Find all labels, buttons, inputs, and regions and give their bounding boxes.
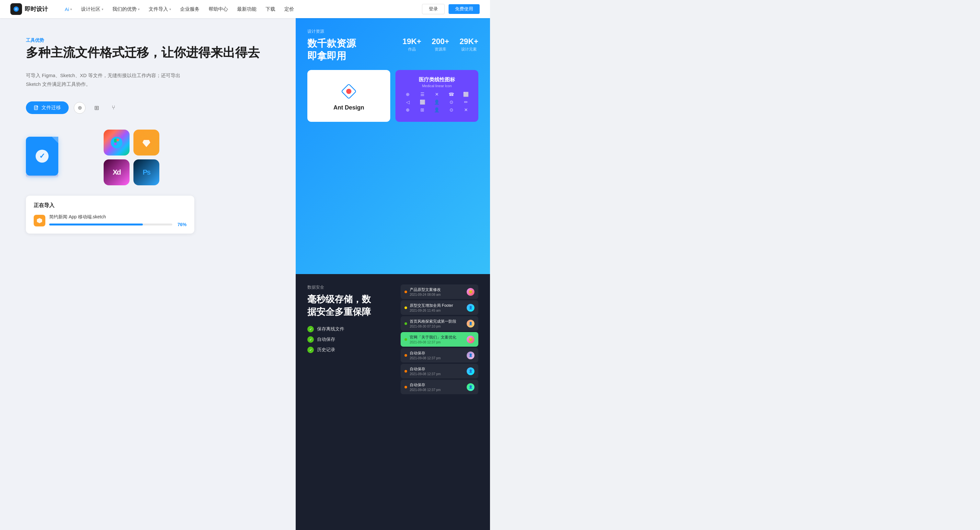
logo-icon [10,3,22,15]
medical-icon-10: ✏ [460,99,472,105]
version-avatar-7: 👤 [467,383,474,391]
nav-actions: 登录 免费使用 [422,4,480,14]
medical-icons-grid: ⊕ ☰ ✕ ☎ ⬜ ◁ ⬜ 👤 ⊙ ✏ ⊕ ⊞ 👤 ⊙ ✕ [402,92,472,112]
nav-item-advantages[interactable]: 我们的优势 ▾ [108,4,143,14]
medical-icon-12: ⊞ [417,107,428,112]
version-item-7[interactable]: 自动保存 2021-09-08 12:37 pm 👤 [401,380,478,394]
nav-item-ai[interactable]: Ai ▾ [61,5,76,14]
version-list: 产品原型文案修改 2021-09-24 08:08 am 😊 原型交互增加全局 … [401,285,478,394]
svg-marker-7 [37,218,42,223]
hero-title: 多种主流文件格式迁移，让你进得来出得去 [26,45,270,60]
feature-offline: ✓ 保存离线文件 [307,326,390,333]
progress-row: 76% [49,222,186,227]
chevron-down-icon: ▾ [138,8,140,11]
security-title: 毫秒级存储，数据安全多重保障 [307,293,390,318]
hero-actions: 文件迁移 ⊕ ⊞ ⑂ [26,102,270,114]
check-offline: ✓ [307,326,314,333]
main-content: 工具优势 多种主流文件格式迁移，让你进得来出得去 可导入 Figma、Sketc… [0,18,490,530]
medical-icon-15: ✕ [460,107,472,112]
check-icon: ✓ [36,150,49,162]
nav-item-import[interactable]: 文件导入 ▾ [145,4,175,14]
svg-point-1 [16,8,17,10]
version-item-2[interactable]: 原型交互增加全局 Footer 2021-09-26 11:45 am 👤 [401,300,478,315]
nav-item-enterprise[interactable]: 企业服务 [176,4,204,14]
version-dot-3 [404,322,407,325]
stat-elements: 29K+ 设计元素 [460,37,478,52]
right-panel: 设计资源 数千款资源即拿即用 19K+ 作品 200+ 资源库 29K+ 设计元… [296,18,490,530]
login-button[interactable]: 登录 [422,4,445,14]
version-item-3[interactable]: 首页风格探索完成第一阶段 2021-08-30 07:10 pm 👤 [401,316,478,331]
version-avatar-3: 👤 [467,320,474,328]
resources-header: 数千款资源即拿即用 19K+ 作品 200+ 资源库 29K+ 设计元素 [307,37,478,62]
import-file-info: 简约新闻 App 移动端.sketch 76% [49,214,186,227]
version-avatar-5: 👤 [467,352,474,359]
version-dot-4 [404,338,407,341]
nav-item-features[interactable]: 最新功能 [233,4,260,14]
version-info-6: 自动保存 2021-09-08 12:37 pm [410,366,464,376]
version-list-panel: 产品原型文案修改 2021-09-24 08:08 am 😊 原型交互增加全局 … [401,285,478,520]
nav-item-download[interactable]: 下载 [262,4,279,14]
version-avatar-1: 😊 [467,288,474,296]
nav-items: Ai ▾ 设计社区 ▾ 我们的优势 ▾ 文件导入 ▾ 企业服务 帮助中心 最新功… [61,4,422,14]
feature-autosave-text: 自动保存 [317,337,335,342]
navbar: 即时设计 Ai ▾ 设计社区 ▾ 我们的优势 ▾ 文件导入 ▾ 企业服务 帮助中… [0,0,490,18]
medical-icon-6: ◁ [402,99,414,105]
import-title: 正在导入 [34,202,186,209]
xd-icon: Xd [103,159,130,185]
import-file-name: 简约新闻 App 移动端.sketch [49,214,186,220]
import-card: 正在导入 简约新闻 App 移动端.sketch 76% [26,196,194,234]
ant-design-icon [339,81,359,102]
resources-tag: 设计资源 [307,29,478,34]
medical-icons-card[interactable]: 医疗类线性图标 Medical linear Icon ⊕ ☰ ✕ ☎ ⬜ ◁ … [395,70,478,122]
progress-bar-fill [49,224,143,226]
medical-icon-5: ⬜ [460,92,472,97]
fork-icon[interactable]: ⑂ [108,102,119,114]
medical-icon-4: ☎ [445,92,457,97]
logo[interactable]: 即时设计 [10,3,48,15]
medical-icon-11: ⊕ [402,107,414,112]
version-avatar-4: 😊 [467,336,474,344]
globe-icon[interactable]: ⊕ [74,102,86,114]
resources-title: 数千款资源即拿即用 [307,37,356,62]
version-item-5[interactable]: 自动保存 2021-09-08 12:37 pm 👤 [401,348,478,363]
version-dot-5 [404,354,407,357]
chevron-down-icon: ▾ [102,8,103,11]
version-avatar-2: 👤 [467,304,474,312]
version-item-6[interactable]: 自动保存 2021-09-08 12:37 pm 👤 [401,364,478,379]
version-dot-7 [404,386,407,388]
version-info-7: 自动保存 2021-09-08 12:37 pm [410,382,464,392]
ant-design-card[interactable]: Ant Design [307,70,390,122]
version-item-1[interactable]: 产品原型文案修改 2021-09-24 08:08 am 😊 [401,285,478,299]
medical-icon-14: ⊙ [445,107,457,112]
version-dot-2 [404,306,407,309]
nav-item-community[interactable]: 设计社区 ▾ [77,4,107,14]
nav-item-pricing[interactable]: 定价 [280,4,298,14]
version-info-2: 原型交互增加全局 Footer 2021-09-26 11:45 am [410,303,464,312]
migrate-button[interactable]: 文件迁移 [26,102,68,114]
resources-stats: 19K+ 作品 200+ 资源库 29K+ 设计元素 [402,37,478,52]
grid-icon[interactable]: ⊞ [91,102,102,114]
tool-tag: 工具优势 [26,38,270,43]
check-autosave: ✓ [307,336,314,343]
chevron-down-icon: ▾ [70,8,72,11]
stat-works: 19K+ 作品 [402,37,422,52]
version-info-3: 首页风格探索完成第一阶段 2021-08-30 07:10 pm [410,319,464,328]
app-icons-grid: Xd Ps [103,130,159,185]
version-dot-6 [404,370,407,372]
version-item-4[interactable]: 官网「关于我们」文案优化 2021-09-08 12:37 pm 😊 [401,332,478,347]
svg-point-10 [347,90,350,93]
feature-offline-text: 保存离线文件 [317,326,344,332]
import-file-row: 简约新闻 App 移动端.sketch 76% [34,214,186,227]
ant-design-text: Ant Design [333,104,364,111]
sketch-icon [134,130,159,156]
medical-icon-7: ⬜ [417,99,428,105]
version-info-4: 官网「关于我们」文案优化 2021-09-08 12:37 pm [410,335,464,344]
resources-panel: 设计资源 数千款资源即拿即用 19K+ 作品 200+ 资源库 29K+ 设计元… [296,18,490,274]
resources-cards: Ant Design 医疗类线性图标 Medical linear Icon ⊕… [307,70,478,122]
security-left: 数据安全 毫秒级存储，数据安全多重保障 ✓ 保存离线文件 ✓ 自动保存 ✓ 历史… [307,285,390,520]
version-dot-1 [404,291,407,293]
file-card: ✓ [26,137,58,175]
medical-icon-13: 👤 [431,107,443,112]
free-button[interactable]: 免费使用 [449,4,480,14]
nav-item-help[interactable]: 帮助中心 [205,4,232,14]
